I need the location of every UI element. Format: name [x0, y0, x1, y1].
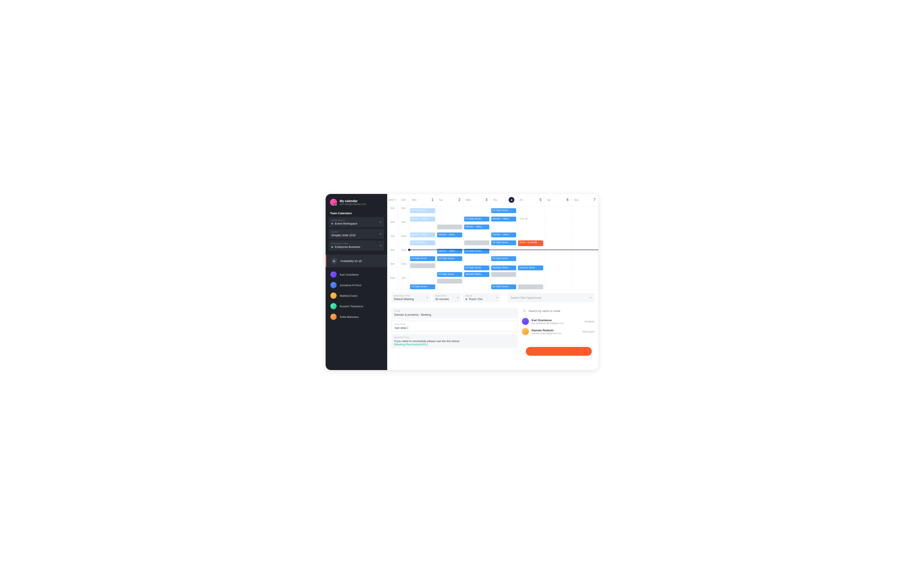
chevron-down-icon — [380, 245, 381, 246]
person-row[interactable]: Matilda Evans — [326, 290, 387, 301]
calendar-event[interactable]: UX Daily Scrum... — [491, 241, 516, 245]
day-number: 3 — [486, 198, 488, 202]
calendar-event[interactable] — [437, 224, 462, 229]
calendar-event[interactable]: Internal — Inbo... — [410, 233, 435, 237]
calendar-event[interactable]: Hackaton Meeti... — [464, 272, 489, 277]
duration-select[interactable]: DURATION 30 minutes — [432, 293, 461, 302]
person-row[interactable]: Rustem Tolstobrov — [326, 301, 387, 311]
chevron-down-icon — [590, 297, 592, 298]
svg-point-0 — [333, 260, 334, 261]
svg-point-2 — [524, 310, 525, 312]
calendar-event[interactable] — [491, 272, 516, 277]
person-row[interactable]: Jumaima Al Nour — [326, 280, 387, 290]
avatar — [522, 318, 529, 325]
current-time-indicator — [409, 250, 598, 250]
day-header[interactable]: Sun7 — [572, 194, 598, 206]
day-header[interactable]: Mon1 — [409, 194, 436, 206]
attendee-role: Assignee — [585, 320, 594, 323]
meeting-details: TITLE Damian & jumaima - Meeting LOCATIO… — [387, 305, 598, 352]
calendar-grid[interactable]: 5pm6pm7pm8pm9pm10pm 8am9am10am11am12am1p… — [387, 206, 598, 290]
day-column[interactable]: Internal — Inbox...Internal — Inbox...UX… — [436, 206, 464, 290]
attendee-list: Kari Granleesekari.granleese@chilipiper.… — [522, 316, 594, 335]
day-column[interactable]: UX Daily Scrum...Internal — Inbox...UX D… — [464, 206, 490, 290]
calendar-event[interactable]: Hackaton Meeti... — [518, 266, 543, 270]
calendar-event[interactable]: UX Daily Scrum — [410, 256, 435, 261]
avatar — [330, 314, 337, 320]
calendar-event[interactable] — [437, 279, 462, 284]
calendar-event[interactable]: Time off — [518, 217, 543, 221]
room-select[interactable]: ROOM Room 15A — [463, 293, 500, 302]
calendar-event[interactable]: UX Daily Scrum — [464, 266, 489, 270]
attendee-search-input[interactable] — [528, 309, 594, 313]
day-column[interactable] — [572, 206, 598, 290]
day-header[interactable]: Thu4 — [490, 194, 518, 206]
calendar-event[interactable]: UX Daily Scrum — [437, 272, 462, 277]
people-icon — [331, 258, 337, 264]
location-field[interactable]: LOCATION See detai — [391, 321, 518, 332]
calendar-event[interactable]: Internal — Inbox... — [410, 217, 435, 221]
calendar-event[interactable]: Internal — Inbox... — [491, 233, 516, 237]
calendar-event[interactable]: UX Daily Scru... — [410, 241, 435, 245]
crm-opportunity-select[interactable]: Select CRM Opportunity — [508, 293, 594, 302]
meeting-type-select[interactable]: MEETING TYPE Default Meeting — [391, 293, 431, 302]
chevron-down-icon — [496, 297, 498, 298]
chevron-down-icon: ▼ — [395, 199, 397, 201]
availability-label: Availability for all — [340, 259, 362, 263]
calendar-event[interactable]: UX Daily Scrum... — [491, 208, 516, 213]
title-field[interactable]: TITLE Damian & jumaima - Meeting — [391, 308, 518, 319]
day-column[interactable]: UX Daily Scrum...Internal — Inbox...Inte… — [490, 206, 518, 290]
book-meeting-button[interactable] — [526, 347, 592, 356]
person-name: Kari Granleese — [340, 273, 359, 276]
calendar-event[interactable]: Internal — Inbox... — [491, 217, 516, 221]
calendar-event[interactable] — [410, 263, 435, 268]
day-header[interactable]: Tue2 — [436, 194, 464, 206]
chevron-down-icon — [380, 222, 381, 223]
calendar-event[interactable]: UX Daily Scrum — [491, 256, 516, 261]
selector-group: WORKSPACE Event Workspace EVENT Shopify … — [326, 217, 387, 252]
day-column[interactable]: Time off10:00 – 10:30 AMHackaton Meeti..… — [517, 206, 544, 290]
availability-for-all[interactable]: Availability for all — [326, 255, 387, 267]
svg-point-1 — [334, 260, 335, 261]
sidebar-selector-0[interactable]: WORKSPACE Event Workspace — [328, 217, 384, 227]
calendar-event[interactable]: 10:00 – 10:30 AM — [518, 241, 543, 246]
people-list: Kari GranleeseJumaima Al NourMatilda Eva… — [326, 267, 387, 324]
chevron-down-icon — [457, 297, 459, 298]
attendee-role: Main guest — [582, 330, 594, 333]
sidebar: My calendar john.doe@chilipiper.com Team… — [326, 194, 387, 370]
sidebar-selector-2[interactable]: BOOKING LINKS Enterprise Business — [328, 241, 384, 251]
calendar-event[interactable]: Internal — Inbox... — [464, 224, 489, 229]
person-row[interactable]: Kari Granleese — [326, 269, 387, 280]
day-header[interactable]: Fri5 — [517, 194, 544, 206]
sidebar-selector-1[interactable]: EVENT Shopify Unite 2019 — [328, 229, 384, 239]
person-name: Rustem Tolstobrov — [340, 305, 363, 308]
day-number: 7 — [594, 198, 596, 202]
day-header[interactable]: Sat6 — [544, 194, 572, 206]
attendee-row[interactable]: Kari Granleesekari.granleese@chilipiper.… — [522, 318, 594, 325]
calendar-event[interactable]: UX Daily Scrum... — [491, 284, 516, 289]
person-name: Matilda Evans — [340, 294, 358, 298]
attendee-name: Damian Redecki — [531, 329, 561, 332]
chevron-down-icon — [426, 297, 428, 298]
calendar-event[interactable] — [464, 241, 489, 245]
attendee-search[interactable] — [522, 308, 594, 314]
calendar-event[interactable]: UX Daily Scrum... — [437, 256, 462, 261]
current-time-dot — [408, 249, 410, 251]
calendar-event[interactable]: UX Daily Scrum... — [464, 217, 489, 221]
calendar-event[interactable] — [518, 284, 543, 289]
profile-header[interactable]: My calendar john.doe@chilipiper.com — [326, 199, 387, 210]
day-header[interactable]: Wed3 — [464, 194, 490, 206]
day-column[interactable]: UX Daily Scru...Internal — Inbox...Inter… — [409, 206, 436, 290]
attendee-email: damian.redecki@gmail.com — [531, 332, 561, 335]
time-column-left: 5pm6pm7pm8pm9pm10pm — [387, 206, 398, 290]
avatar — [522, 328, 529, 335]
calendar-event[interactable]: Internal — Inbox... — [437, 233, 462, 237]
attendee-row[interactable]: Damian Redeckidamian.redecki@gmail.com M… — [522, 328, 594, 335]
calendar-event[interactable]: UX Daily Scru... — [410, 208, 435, 213]
avatar — [330, 303, 337, 309]
person-row[interactable]: Sofia Manzano — [326, 311, 387, 322]
day-column[interactable] — [544, 206, 572, 290]
description-field[interactable]: DESCRIPTION If you need to reschedule pl… — [391, 334, 518, 348]
timezone-1[interactable]: EEST▼ — [387, 194, 398, 206]
calendar-event[interactable]: UX Daily Scrum... — [410, 284, 435, 289]
calendar-event[interactable]: Hackaton Meeti... — [491, 266, 516, 270]
